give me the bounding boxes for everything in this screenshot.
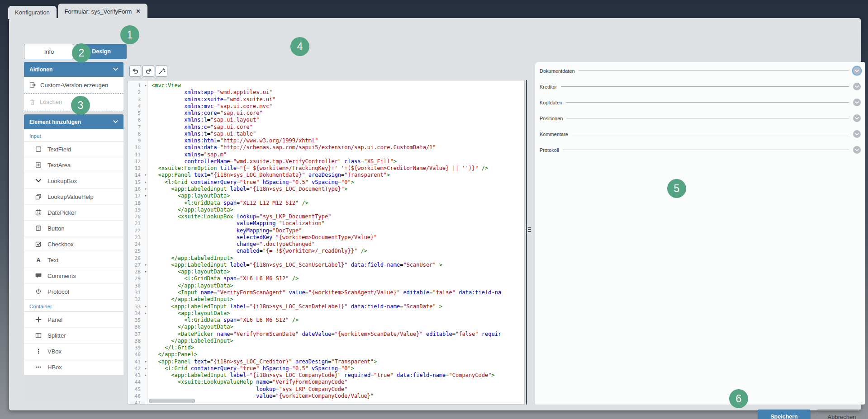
element-item-lookupvaluehelp[interactable]: LookupValueHelp: [24, 189, 123, 205]
fold-arrow-icon[interactable]: ▾: [142, 372, 149, 379]
element-item-button[interactable]: ?Button: [24, 221, 123, 236]
tab-label: Formular: sys_VerifyForm: [65, 8, 132, 15]
add-element-panel-header[interactable]: Element hinzufügen: [24, 114, 123, 129]
fold-arrow-icon[interactable]: ▾: [142, 179, 149, 186]
trash-icon: [29, 99, 36, 105]
code-text: <app:LabeledInput label="{i18n>sys_LOC_S…: [149, 303, 524, 310]
fold-gutter: [142, 227, 149, 234]
fold-arrow-icon[interactable]: ▾: [142, 82, 149, 89]
line-number: 16: [128, 186, 142, 193]
section-expand-button-kommentare[interactable]: [853, 130, 861, 138]
element-item-panel[interactable]: Panel: [24, 312, 123, 328]
element-item-textarea[interactable]: TextArea: [24, 157, 123, 173]
code-line: 29 <l:GridData span="XL6 L6 M6 S12" />: [128, 275, 524, 282]
fold-gutter: [142, 110, 149, 117]
code-text: <l:Grid containerQuery="true" hSpacing="…: [149, 365, 524, 372]
code-line: 20 <xsuite:LookupBox lookup="sys_LKP_Doc…: [128, 213, 524, 220]
line-number: 11: [128, 151, 142, 158]
line-number: 42: [128, 365, 142, 372]
fold-gutter: [142, 296, 149, 303]
section-expand-button-kopfdaten[interactable]: [853, 99, 861, 106]
code-line: 24 change=".docTypeChanged": [128, 241, 524, 248]
code-text: <l:GridData span="XL6 L6 M6 S12" />: [149, 275, 524, 282]
code-text: <app:LabeledInput label="{i18n>sys_LOC_C…: [149, 372, 524, 379]
line-number: 46: [128, 393, 142, 400]
code-line: 26 </app:LabeledInput>: [128, 255, 524, 262]
section-row-kommentare: Kommentare: [535, 126, 865, 142]
element-item-splitter[interactable]: Splitter: [24, 328, 123, 344]
section-expand-button-dokumentdaten[interactable]: [853, 67, 861, 75]
element-item-vbox[interactable]: VBox: [24, 344, 123, 359]
annotation-badge-1: 1: [120, 25, 139, 44]
element-item-checkbox[interactable]: Checkbox: [24, 236, 123, 252]
fold-arrow-icon[interactable]: ▾: [142, 303, 149, 310]
redo-button[interactable]: [142, 65, 154, 77]
horizontal-scrollbar[interactable]: [149, 399, 195, 403]
code-line: 18 <l:GridData span="XL12 L12 M12 S12" /…: [128, 200, 524, 207]
tab-close-icon[interactable]: ✕: [136, 8, 140, 14]
info-tab-button[interactable]: Info: [24, 44, 74, 59]
line-number: 17: [128, 193, 142, 199]
action-label: Löschen: [40, 99, 62, 105]
code-line: 13 <xsuite:FormOption title="{= ${workit…: [128, 165, 524, 172]
fold-arrow-icon[interactable]: ▾: [142, 262, 149, 268]
section-expand-button-protokoll[interactable]: [853, 146, 861, 154]
fold-arrow-icon[interactable]: ▾: [142, 268, 149, 275]
element-item-comments[interactable]: Comments: [24, 268, 123, 284]
fold-gutter: [142, 144, 149, 151]
chevron-down-icon: [113, 68, 118, 71]
code-line: 7 xmlns:c="sap.ui.core": [128, 124, 524, 131]
line-number: 37: [128, 331, 142, 338]
vbox-icon: [34, 348, 43, 355]
line-number: 13: [128, 165, 142, 172]
fold-gutter: [142, 137, 149, 144]
app-window: KonfigurationFormular: sys_VerifyForm✕ I…: [0, 0, 868, 419]
fold-arrow-icon[interactable]: ▾: [142, 193, 149, 199]
fold-arrow-icon[interactable]: ▾: [142, 358, 149, 365]
fold-arrow-icon[interactable]: ▾: [142, 186, 149, 193]
code-text: <xsuite:FormOption title="{= ${workitem>…: [149, 165, 524, 172]
tab-label: Konfiguration: [15, 9, 50, 16]
splitter-grip-icon[interactable]: [528, 227, 531, 232]
section-expand-button-positionen[interactable]: [853, 114, 861, 122]
action-custom-version-erzeugen[interactable]: Custom-Version erzeugen: [24, 77, 123, 94]
line-number: 21: [128, 220, 142, 227]
line-number: 32: [128, 296, 142, 303]
code-line: 31 <Input name="VerifyFormScanAgent" val…: [128, 289, 524, 296]
fold-arrow-icon[interactable]: ▾: [142, 310, 149, 317]
element-item-textfield[interactable]: TextField: [24, 141, 123, 157]
tab-konfiguration[interactable]: Konfiguration: [8, 6, 57, 19]
code-line: 45 lookup="sys_LKP_CompanyCode": [128, 386, 524, 393]
fold-arrow-icon[interactable]: ▾: [142, 365, 149, 372]
undo-button[interactable]: [129, 65, 141, 77]
element-item-lookupbox[interactable]: LookupBox: [24, 173, 123, 189]
section-label: Positionen: [540, 116, 563, 121]
annotation-badge-5: 5: [667, 179, 686, 198]
save-button[interactable]: Speichern: [758, 410, 811, 419]
fold-gutter: [142, 351, 149, 358]
code-editor[interactable]: 1▾<mvc:View2 xmlns:app="wmd.apptiles.ui"…: [128, 80, 525, 405]
tab-formular-sys-verifyform[interactable]: Formular: sys_VerifyForm✕: [58, 4, 147, 19]
code-line: 27▾ <app:LabeledInput label="{i18n>sys_L…: [128, 262, 524, 268]
cancel-button[interactable]: Abbrechen: [817, 410, 867, 419]
section-label: Protokoll: [540, 147, 559, 153]
format-button[interactable]: [156, 65, 167, 77]
line-number: 31: [128, 289, 142, 296]
element-item-hbox[interactable]: HBox: [24, 359, 123, 375]
annotation-badge-6: 6: [729, 389, 748, 408]
section-label: Dokumentdaten: [540, 68, 575, 74]
fold-arrow-icon[interactable]: ▾: [142, 172, 149, 179]
actions-panel-header[interactable]: Aktionen: [24, 62, 123, 77]
line-number: 39: [128, 344, 142, 351]
splitter-bar[interactable]: [526, 80, 527, 405]
fold-gutter: [142, 234, 149, 241]
code-line: 28▾ <app:layoutData>: [128, 268, 524, 275]
element-item-text[interactable]: AText: [24, 252, 123, 268]
element-item-label: TextArea: [47, 162, 71, 169]
element-item-datepicker[interactable]: 14DatePicker: [24, 205, 123, 221]
line-number: 40: [128, 351, 142, 358]
section-expand-button-kreditor[interactable]: [853, 83, 861, 90]
element-item-protocol[interactable]: Protocol: [24, 284, 123, 300]
code-text: <xsuite:LookupValueHelp name="VerifyForm…: [149, 379, 524, 386]
element-item-label: VBox: [47, 348, 62, 355]
